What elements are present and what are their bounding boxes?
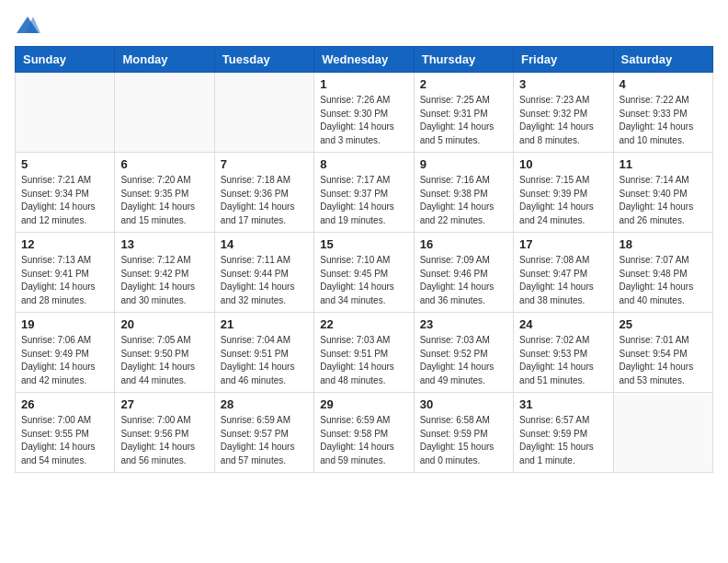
day-number: 3 (519, 77, 607, 91)
day-number: 16 (420, 237, 507, 251)
calendar-cell (613, 393, 712, 473)
day-info: Sunrise: 7:12 AMSunset: 9:42 PMDaylight:… (120, 254, 208, 307)
day-info: Sunrise: 7:00 AMSunset: 9:56 PMDaylight:… (120, 414, 208, 467)
day-number: 22 (320, 317, 407, 331)
day-number: 14 (221, 237, 308, 251)
day-number: 28 (221, 397, 308, 411)
day-info: Sunrise: 7:14 AMSunset: 9:40 PMDaylight:… (620, 174, 707, 227)
day-number: 26 (21, 397, 108, 411)
calendar-cell: 31Sunrise: 6:57 AMSunset: 9:59 PMDayligh… (514, 393, 613, 473)
calendar-cell: 1Sunrise: 7:26 AMSunset: 9:30 PMDaylight… (314, 73, 414, 153)
calendar-cell: 18Sunrise: 7:07 AMSunset: 9:48 PMDayligh… (613, 233, 712, 313)
calendar-cell: 26Sunrise: 7:00 AMSunset: 9:55 PMDayligh… (16, 393, 115, 473)
day-number: 17 (519, 237, 607, 251)
calendar-cell: 15Sunrise: 7:10 AMSunset: 9:45 PMDayligh… (314, 233, 414, 313)
day-number: 7 (221, 157, 308, 171)
calendar-cell: 11Sunrise: 7:14 AMSunset: 9:40 PMDayligh… (613, 153, 712, 233)
weekday-header-thursday: Thursday (414, 47, 513, 73)
day-info: Sunrise: 7:06 AMSunset: 9:49 PMDaylight:… (21, 334, 108, 387)
day-info: Sunrise: 7:22 AMSunset: 9:33 PMDaylight:… (620, 94, 707, 147)
day-number: 2 (420, 77, 507, 91)
calendar-cell (214, 73, 313, 153)
day-info: Sunrise: 7:11 AMSunset: 9:44 PMDaylight:… (221, 254, 308, 307)
day-info: Sunrise: 7:04 AMSunset: 9:51 PMDaylight:… (221, 334, 308, 387)
weekday-header-tuesday: Tuesday (214, 47, 313, 73)
day-info: Sunrise: 7:10 AMSunset: 9:45 PMDaylight:… (320, 254, 407, 307)
weekday-header-saturday: Saturday (613, 47, 712, 73)
day-number: 9 (420, 157, 507, 171)
weekday-header-sunday: Sunday (16, 47, 115, 73)
weekday-header-row: SundayMondayTuesdayWednesdayThursdayFrid… (16, 47, 713, 73)
page-header (15, 15, 713, 35)
calendar-cell: 5Sunrise: 7:21 AMSunset: 9:34 PMDaylight… (16, 153, 115, 233)
calendar-cell: 13Sunrise: 7:12 AMSunset: 9:42 PMDayligh… (115, 233, 214, 313)
day-info: Sunrise: 7:17 AMSunset: 9:37 PMDaylight:… (320, 174, 407, 227)
day-info: Sunrise: 7:05 AMSunset: 9:50 PMDaylight:… (120, 334, 208, 387)
calendar-cell: 21Sunrise: 7:04 AMSunset: 9:51 PMDayligh… (214, 313, 313, 393)
day-info: Sunrise: 7:20 AMSunset: 9:35 PMDaylight:… (120, 174, 208, 227)
calendar-cell: 4Sunrise: 7:22 AMSunset: 9:33 PMDaylight… (613, 73, 712, 153)
weekday-header-monday: Monday (115, 47, 214, 73)
week-row-2: 5Sunrise: 7:21 AMSunset: 9:34 PMDaylight… (16, 153, 713, 233)
week-row-5: 26Sunrise: 7:00 AMSunset: 9:55 PMDayligh… (16, 393, 713, 473)
calendar-cell: 24Sunrise: 7:02 AMSunset: 9:53 PMDayligh… (514, 313, 613, 393)
week-row-3: 12Sunrise: 7:13 AMSunset: 9:41 PMDayligh… (16, 233, 713, 313)
day-number: 23 (420, 317, 507, 331)
calendar-cell: 2Sunrise: 7:25 AMSunset: 9:31 PMDaylight… (414, 73, 513, 153)
day-info: Sunrise: 7:01 AMSunset: 9:54 PMDaylight:… (620, 334, 707, 387)
day-info: Sunrise: 7:26 AMSunset: 9:30 PMDaylight:… (320, 94, 407, 147)
week-row-1: 1Sunrise: 7:26 AMSunset: 9:30 PMDaylight… (16, 73, 713, 153)
day-info: Sunrise: 6:58 AMSunset: 9:59 PMDaylight:… (420, 414, 507, 467)
weekday-header-wednesday: Wednesday (314, 47, 414, 73)
calendar-cell: 30Sunrise: 6:58 AMSunset: 9:59 PMDayligh… (414, 393, 513, 473)
calendar-cell: 22Sunrise: 7:03 AMSunset: 9:51 PMDayligh… (314, 313, 414, 393)
day-info: Sunrise: 6:59 AMSunset: 9:58 PMDaylight:… (320, 414, 407, 467)
calendar-cell: 27Sunrise: 7:00 AMSunset: 9:56 PMDayligh… (115, 393, 214, 473)
day-number: 12 (21, 237, 108, 251)
day-info: Sunrise: 7:00 AMSunset: 9:55 PMDaylight:… (21, 414, 108, 467)
calendar-cell: 16Sunrise: 7:09 AMSunset: 9:46 PMDayligh… (414, 233, 513, 313)
calendar-cell: 17Sunrise: 7:08 AMSunset: 9:47 PMDayligh… (514, 233, 613, 313)
day-number: 25 (620, 317, 707, 331)
calendar-cell: 20Sunrise: 7:05 AMSunset: 9:50 PMDayligh… (115, 313, 214, 393)
day-info: Sunrise: 7:03 AMSunset: 9:52 PMDaylight:… (420, 334, 507, 387)
day-info: Sunrise: 6:59 AMSunset: 9:57 PMDaylight:… (221, 414, 308, 467)
calendar-cell (16, 73, 115, 153)
day-number: 6 (120, 157, 208, 171)
logo (15, 15, 44, 35)
day-number: 31 (519, 397, 607, 411)
day-number: 29 (320, 397, 407, 411)
day-info: Sunrise: 7:07 AMSunset: 9:48 PMDaylight:… (620, 254, 707, 307)
calendar-cell: 25Sunrise: 7:01 AMSunset: 9:54 PMDayligh… (613, 313, 712, 393)
day-info: Sunrise: 7:16 AMSunset: 9:38 PMDaylight:… (420, 174, 507, 227)
day-info: Sunrise: 7:25 AMSunset: 9:31 PMDaylight:… (420, 94, 507, 147)
week-row-4: 19Sunrise: 7:06 AMSunset: 9:49 PMDayligh… (16, 313, 713, 393)
calendar-cell: 10Sunrise: 7:15 AMSunset: 9:39 PMDayligh… (514, 153, 613, 233)
day-number: 1 (320, 77, 407, 91)
day-number: 18 (620, 237, 707, 251)
day-info: Sunrise: 7:09 AMSunset: 9:46 PMDaylight:… (420, 254, 507, 307)
calendar-cell: 28Sunrise: 6:59 AMSunset: 9:57 PMDayligh… (214, 393, 313, 473)
day-number: 8 (320, 157, 407, 171)
calendar-cell: 9Sunrise: 7:16 AMSunset: 9:38 PMDaylight… (414, 153, 513, 233)
day-number: 10 (519, 157, 607, 171)
day-number: 19 (21, 317, 108, 331)
day-info: Sunrise: 7:18 AMSunset: 9:36 PMDaylight:… (221, 174, 308, 227)
day-number: 4 (620, 77, 707, 91)
calendar-table: SundayMondayTuesdayWednesdayThursdayFrid… (15, 46, 713, 473)
day-info: Sunrise: 7:02 AMSunset: 9:53 PMDaylight:… (519, 334, 607, 387)
day-info: Sunrise: 7:21 AMSunset: 9:34 PMDaylight:… (21, 174, 108, 227)
weekday-header-friday: Friday (514, 47, 613, 73)
day-info: Sunrise: 7:08 AMSunset: 9:47 PMDaylight:… (519, 254, 607, 307)
calendar-cell: 6Sunrise: 7:20 AMSunset: 9:35 PMDaylight… (115, 153, 214, 233)
day-info: Sunrise: 6:57 AMSunset: 9:59 PMDaylight:… (519, 414, 607, 467)
calendar-cell: 8Sunrise: 7:17 AMSunset: 9:37 PMDaylight… (314, 153, 414, 233)
day-number: 27 (120, 397, 208, 411)
day-info: Sunrise: 7:03 AMSunset: 9:51 PMDaylight:… (320, 334, 407, 387)
logo-icon (15, 15, 40, 35)
calendar-cell: 12Sunrise: 7:13 AMSunset: 9:41 PMDayligh… (16, 233, 115, 313)
day-number: 24 (519, 317, 607, 331)
day-number: 11 (620, 157, 707, 171)
calendar-cell: 14Sunrise: 7:11 AMSunset: 9:44 PMDayligh… (214, 233, 313, 313)
day-number: 30 (420, 397, 507, 411)
